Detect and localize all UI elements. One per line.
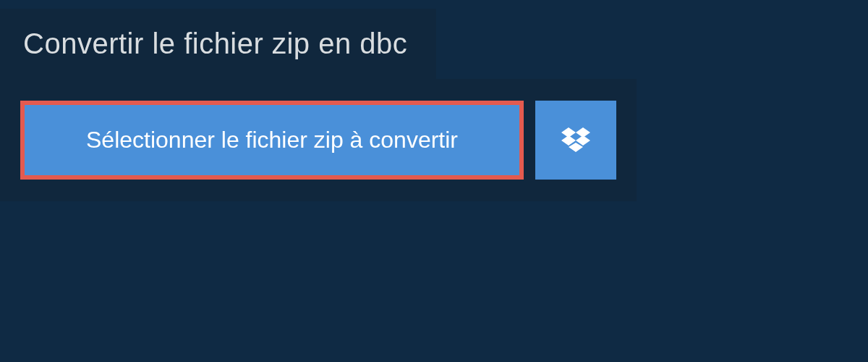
select-file-button[interactable]: Sélectionner le fichier zip à convertir	[20, 101, 524, 180]
dropbox-icon	[561, 127, 590, 153]
dropbox-button[interactable]	[535, 101, 616, 180]
page-title: Convertir le fichier zip en dbc	[23, 28, 407, 60]
upload-panel: Sélectionner le fichier zip à convertir	[0, 79, 637, 201]
title-tab: Convertir le fichier zip en dbc	[0, 9, 436, 79]
select-file-label: Sélectionner le fichier zip à convertir	[86, 127, 458, 153]
